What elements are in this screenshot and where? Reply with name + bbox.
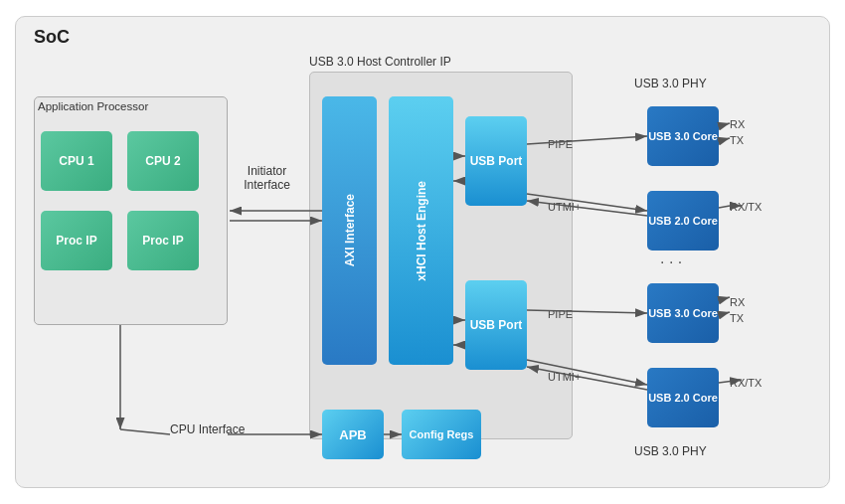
diagram-container: SoC Application Processor CPU 1 CPU 2 Pr… <box>15 16 830 488</box>
svg-line-23 <box>719 312 730 315</box>
svg-line-22 <box>719 297 730 300</box>
pipe2-label: PIPE <box>548 308 573 320</box>
phy-label-bot: USB 3.0 PHY <box>634 444 707 458</box>
cpu-interface-label: CPU Interface <box>170 422 245 436</box>
dots-separator: · · · <box>660 253 682 271</box>
xhci-block: xHCI Host Engine <box>389 96 453 365</box>
cpu1-block: CPU 1 <box>41 131 112 191</box>
initiator-interface-label: Initiator Interface <box>225 164 309 192</box>
usb-port-1: USB Port <box>465 116 527 206</box>
phy-label-top: USB 3.0 PHY <box>634 77 707 90</box>
app-processor-label: Application Processor <box>38 100 148 112</box>
rx-label-1: RX <box>730 118 745 130</box>
host-ctrl-label: USB 3.0 Host Controller IP <box>309 55 451 69</box>
svg-line-19 <box>719 138 730 141</box>
rxtx-label-1: RX/TX <box>730 201 761 213</box>
axi-block: AXI Interface <box>322 96 377 365</box>
tx-label-1: TX <box>730 134 744 146</box>
utmi2-label: UTMI+ <box>548 371 581 383</box>
usb-core-30-2: USB 3.0 Core <box>647 283 719 343</box>
utmi1-label: UTMI+ <box>548 201 581 213</box>
rx-label-2: RX <box>730 296 745 308</box>
svg-line-6 <box>120 429 170 434</box>
soc-label: SoC <box>34 27 70 48</box>
tx-label-2: TX <box>730 312 744 324</box>
pipe1-label: PIPE <box>548 138 573 150</box>
usb-port-2: USB Port <box>465 280 527 370</box>
axi-label: AXI Interface <box>343 194 357 266</box>
proc1-block: Proc IP <box>41 211 112 270</box>
proc2-block: Proc IP <box>127 211 199 270</box>
cpu2-block: CPU 2 <box>127 131 199 191</box>
usb-core-20-2: USB 2.0 Core <box>647 368 719 427</box>
usb-core-20-1: USB 2.0 Core <box>647 191 719 251</box>
usb-core-30-1: USB 3.0 Core <box>647 106 719 166</box>
xhci-label: xHCI Host Engine <box>415 181 428 281</box>
config-regs-block: Config Regs <box>402 410 481 459</box>
svg-line-18 <box>719 123 730 126</box>
rxtx-label-2: RX/TX <box>730 377 761 389</box>
svg-line-20 <box>719 206 730 208</box>
apb-block: APB <box>322 410 384 459</box>
